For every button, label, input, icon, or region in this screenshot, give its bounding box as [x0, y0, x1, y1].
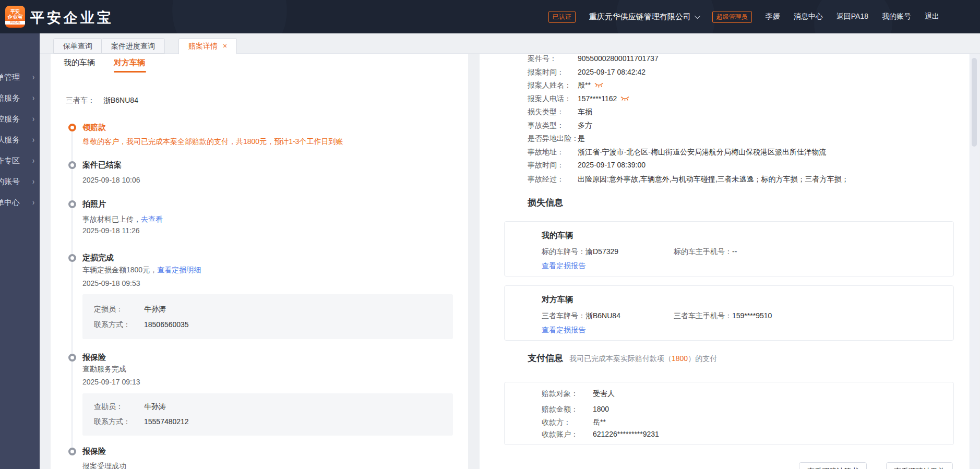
- other-vehicle-card: 对方车辆 三者车牌号：浙B6NU84 三者车主手机号：159****9510 查…: [504, 285, 954, 341]
- card-title: 我的车辆: [542, 231, 573, 240]
- timeline-step-title: 领赔款: [82, 123, 106, 133]
- field-accident-address: 事故地址：浙江省-宁波市-北仑区-梅山街道公安局港航分局梅山保税港区派出所佳洋物…: [528, 147, 826, 157]
- timeline-step-time: 2025-09-18 10:06: [82, 176, 140, 184]
- app-header: 平安 企业宝 PINGAN 平安企业宝 已认证 重庆元华供应链管理有限公司 超级…: [0, 0, 980, 33]
- scrollbar-thumb[interactable]: [972, 58, 977, 147]
- company-name: 重庆元华供应链管理有限公司: [589, 12, 691, 22]
- verified-badge: 已认证: [548, 11, 576, 23]
- sidebar-item-risk[interactable]: 风控服务›: [0, 113, 35, 125]
- sidebar-item-partner[interactable]: 合作专区›: [0, 155, 35, 166]
- payment-card: 赔款对象：受害人 赔款金额：1800 收款方：岳** 收款账户：621226**…: [504, 382, 954, 445]
- field-reporter-phone: 报案人电话： 157****1162: [528, 93, 629, 104]
- case-detail-panel: 案件号：90550002800011701737 报案时间：2025-09-17…: [480, 54, 970, 469]
- pay-row-account: 收款账户：621226*********9231: [542, 429, 659, 439]
- timeline-step-desc: 查勘服务完成: [82, 365, 126, 374]
- logo-line2: 企业宝: [7, 14, 23, 20]
- timeline-step-desc: 车辆定损金额1800元，查看定损明细: [82, 266, 201, 275]
- sidebar-item-orders[interactable]: 订单中心›: [0, 197, 35, 208]
- header-decor-circle: [172, 0, 287, 33]
- loss-report-link[interactable]: 查看定损报告: [542, 261, 585, 271]
- sidebar-item-account[interactable]: 我的账号›: [0, 176, 35, 187]
- timeline-step-title: 定损完成: [82, 253, 114, 263]
- tab-policy-query[interactable]: 保单查询: [53, 38, 102, 54]
- payment-subtitle: 我司已完成本案实际赔付款项（1800）的支付: [569, 354, 717, 363]
- eye-closed-icon[interactable]: [594, 82, 603, 88]
- close-icon[interactable]: ×: [223, 42, 227, 50]
- eye-closed-icon[interactable]: [620, 95, 629, 102]
- company-switcher[interactable]: 重庆元华供应链管理有限公司: [589, 12, 699, 22]
- sidebar-nav: 保单管理› 理赔服务› 风控服务› 车队服务› 合作专区› 我的账号› 订单中心…: [0, 33, 40, 469]
- timeline-step-title: 拍照片: [82, 199, 106, 209]
- chevron-right-icon: ›: [32, 135, 34, 145]
- loss-report-link[interactable]: 查看定损报告: [542, 326, 585, 335]
- timeline-step-time: 2025-09-18 09:53: [82, 279, 140, 287]
- menu-back-pa18[interactable]: 返回PA18: [836, 12, 868, 21]
- menu-my-account[interactable]: 我的账号: [882, 12, 911, 21]
- field-accident-course: 事故经过：出险原因:意外事故,车辆意外,与机动车碰撞,三者未逃逸；标的方车损；三…: [528, 174, 849, 184]
- field-case-number: 案件号：90550002800011701737: [528, 54, 659, 64]
- app-title: 平安企业宝: [30, 8, 114, 27]
- pay-row-payee: 收款方：岳**: [542, 417, 606, 427]
- timeline-step-title: 报保险: [82, 447, 106, 456]
- third-vehicle-plate: 浙B6NU84: [103, 96, 138, 104]
- user-name[interactable]: 李媛: [766, 12, 780, 21]
- pay-row-amount: 赔款金额：1800: [542, 404, 609, 414]
- role-badge: 超级管理员: [712, 11, 752, 23]
- timeline-dot: [68, 354, 76, 362]
- claim-result-button[interactable]: 查看理赔结果单: [886, 462, 953, 469]
- timeline-step-title: 报保险: [82, 353, 106, 363]
- timeline-step-time: 2025-09-17 09:13: [82, 378, 140, 386]
- vehicle-tab-other[interactable]: 对方车辆: [114, 54, 145, 71]
- timeline-step-desc: 事故材料已上传，去查看: [82, 215, 163, 224]
- timeline-dot: [68, 200, 76, 208]
- chevron-right-icon: ›: [32, 177, 34, 186]
- field-loss-type: 损失类型：车损: [528, 106, 592, 117]
- app-logo-icon: 平安 企业宝 PINGAN: [5, 6, 25, 28]
- view-materials-link[interactable]: 去查看: [141, 215, 163, 223]
- field-accident-time: 事故时间：2025-09-17 08:39:00: [528, 160, 646, 170]
- third-vehicle-row: 三者车：浙B6NU84: [66, 96, 138, 105]
- logo-line1: 平安: [10, 9, 20, 14]
- third-vehicle-label: 三者车：: [66, 96, 95, 104]
- logo-line3: PINGAN: [5, 21, 25, 25]
- timeline-line: [71, 128, 73, 452]
- tab-case-progress[interactable]: 案件进度查询: [101, 38, 165, 54]
- field-accident-type: 事故类型：多方: [528, 120, 592, 130]
- menu-message-center[interactable]: 消息中心: [794, 12, 823, 21]
- chevron-right-icon: ›: [32, 93, 34, 103]
- loss-detail-link[interactable]: 查看定损明细: [157, 266, 201, 274]
- page-tabbar: 保单查询 案件进度查询 赔案详情×: [40, 33, 980, 54]
- timeline-step-title: 案件已结案: [82, 160, 122, 170]
- my-vehicle-card: 我的车辆 标的车牌号：渝D57329 标的车主手机号：-- 查看定损报告: [504, 221, 954, 276]
- timeline-dot: [68, 254, 76, 262]
- claim-timeline-panel: 我的车辆 对方车辆 三者车：浙B6NU84 领赔款 尊敬的客户，我司已完成本案全…: [51, 54, 468, 469]
- tab-claim-detail[interactable]: 赔案详情×: [178, 38, 237, 54]
- timeline-step-time: 2025-09-18 11:26: [82, 226, 140, 235]
- chevron-right-icon: ›: [32, 156, 34, 165]
- sidebar-item-fleet[interactable]: 车队服务›: [0, 134, 35, 146]
- field-out-of-area: 是否异地出险：是: [528, 133, 585, 143]
- chevron-right-icon: ›: [32, 114, 34, 124]
- sidebar-item-claims[interactable]: 理赔服务›: [0, 92, 35, 104]
- claim-calc-button[interactable]: 查看理赔计算书: [799, 462, 867, 469]
- chevron-right-icon: ›: [32, 198, 34, 207]
- field-report-time: 报案时间：2025-09-17 08:42:42: [528, 67, 646, 77]
- timeline-dot: [68, 124, 76, 131]
- adjuster-info-box: 定损员：牛孙涛 联系方式：18506560035: [82, 294, 453, 339]
- loss-info-title: 损失信息: [528, 197, 563, 209]
- sidebar-item-policy-mgmt[interactable]: 保单管理›: [0, 71, 35, 83]
- timeline-dot: [68, 448, 76, 455]
- field-reporter-name: 报案人姓名： 殷**: [528, 80, 603, 90]
- timeline-step-desc: 报案受理成功: [82, 462, 126, 469]
- timeline-step-desc: 尊敬的客户，我司已完成本案全部赔款的支付，共1800元，预计1-3个工作日到账: [82, 137, 343, 147]
- pay-row-target: 赔款对象：受害人: [542, 388, 615, 399]
- menu-logout[interactable]: 退出: [925, 12, 939, 21]
- chevron-right-icon: ›: [32, 73, 34, 82]
- vehicle-tab-mine[interactable]: 我的车辆: [64, 54, 95, 71]
- surveyor-info-box: 查勘员：牛孙涛 联系方式：15557480212: [82, 393, 453, 436]
- card-title: 对方车辆: [542, 295, 573, 305]
- payment-amount: 1800: [672, 354, 688, 363]
- timeline-dot: [68, 161, 76, 169]
- payment-info-title: 支付信息我司已完成本案实际赔付款项（1800）的支付: [528, 352, 717, 364]
- scrollbar[interactable]: [970, 54, 979, 469]
